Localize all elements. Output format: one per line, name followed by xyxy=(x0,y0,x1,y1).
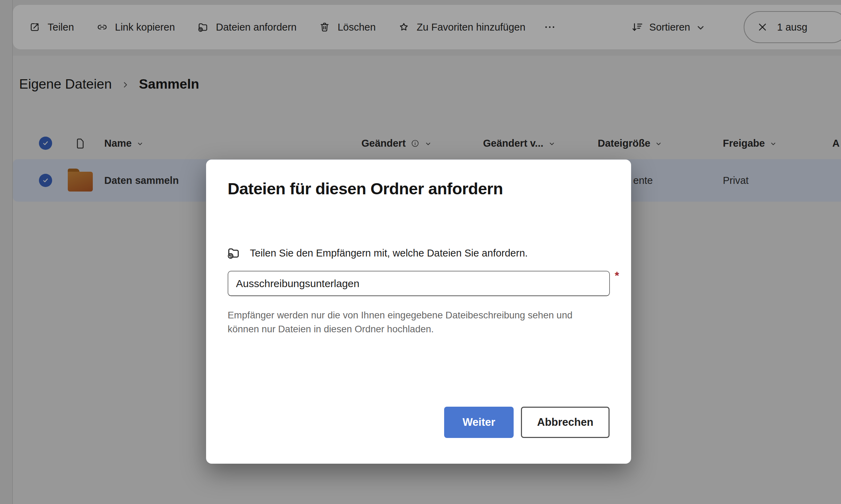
dialog-instruction-row: Teilen Sie den Empfängern mit, welche Da… xyxy=(226,246,528,260)
dialog-actions: Weiter Abbrechen xyxy=(444,407,610,438)
request-files-dialog: Dateien für diesen Ordner anfordern Teil… xyxy=(206,160,631,464)
dialog-helper-text: Empfänger werden nur die von Ihnen einge… xyxy=(228,308,599,336)
required-marker: * xyxy=(615,269,619,282)
dialog-instruction-text: Teilen Sie den Empfängern mit, welche Da… xyxy=(250,247,528,259)
dialog-title: Dateien für diesen Ordner anfordern xyxy=(228,179,503,198)
request-files-icon xyxy=(226,246,241,260)
abbrechen-button[interactable]: Abbrechen xyxy=(521,407,610,438)
weiter-button[interactable]: Weiter xyxy=(444,407,514,438)
file-description-input[interactable] xyxy=(228,271,610,296)
